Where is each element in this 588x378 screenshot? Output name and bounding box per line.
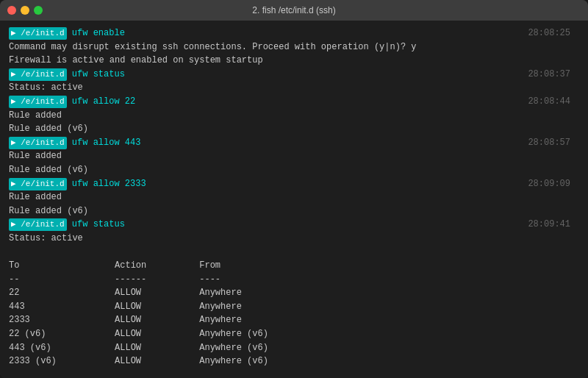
command-text: ufw allow 2333 bbox=[67, 179, 146, 189]
terminal-command-line: ▶ /e/init.d ufw enable28:08:25 bbox=[9, 26, 579, 40]
table-data-row: 2333 (v6) ALLOW Anywhere (v6) bbox=[9, 354, 579, 368]
terminal-command-line: ▶ /e/init.d ufw status28:08:37 bbox=[9, 68, 579, 82]
table-data-row: 443 ALLOW Anywhere bbox=[9, 300, 579, 314]
terminal-output-line: Rule added bbox=[9, 109, 579, 123]
terminal-command-line: ▶ /e/init.d ufw allow 44328:08:57 bbox=[9, 136, 579, 150]
table-data-row: 2333 ALLOW Anywhere bbox=[9, 313, 579, 327]
maximize-button[interactable] bbox=[34, 6, 43, 15]
prompt-badge: ▶ /e/init.d bbox=[9, 137, 67, 149]
terminal-command-line: ▶ /e/init.d ufw status28:09:41 bbox=[9, 218, 579, 232]
timestamp: 28:08:25 bbox=[528, 26, 570, 40]
terminal-output-line: Firewall is active and enabled on system… bbox=[9, 54, 579, 68]
prompt-badge: ▶ /e/init.d bbox=[9, 68, 67, 81]
terminal-output-line: Rule added bbox=[9, 190, 579, 204]
terminal-output-line: Status: active bbox=[9, 232, 579, 246]
table-divider-row: -- ------ ---- bbox=[9, 273, 579, 287]
table-data-row: 22 (v6) ALLOW Anywhere (v6) bbox=[9, 327, 579, 341]
timestamp: 28:08:44 bbox=[528, 95, 570, 109]
command-text: ufw status bbox=[67, 219, 125, 229]
terminal-output-line: Status: active bbox=[9, 81, 579, 95]
table-data-row: 443 (v6) ALLOW Anywhere (v6) bbox=[9, 341, 579, 355]
timestamp: 28:08:57 bbox=[528, 136, 570, 150]
terminal-window: 2. fish /etc/init.d (ssh) ▶ /e/init.d uf… bbox=[0, 0, 588, 378]
traffic-lights bbox=[7, 6, 43, 15]
terminal-blank-line bbox=[9, 246, 579, 260]
timestamp: 28:09:41 bbox=[528, 218, 570, 232]
terminal-output-line: Rule added bbox=[9, 149, 579, 163]
titlebar: 2. fish /etc/init.d (ssh) bbox=[0, 0, 588, 21]
command-text: ufw enable bbox=[67, 28, 125, 38]
command-text: ufw status bbox=[67, 69, 125, 79]
terminal-output-line: Command may disrupt existing ssh connect… bbox=[9, 40, 579, 54]
table-data-row: 22 ALLOW Anywhere bbox=[9, 286, 579, 300]
minimize-button[interactable] bbox=[21, 6, 29, 15]
window-title: 2. fish /etc/init.d (ssh) bbox=[252, 5, 335, 15]
close-button[interactable] bbox=[7, 6, 16, 15]
timestamp: 28:09:09 bbox=[528, 177, 570, 191]
terminal-command-line: ▶ /e/init.d ufw allow 2228:08:44 bbox=[9, 95, 579, 109]
prompt-badge: ▶ /e/init.d bbox=[9, 96, 67, 108]
prompt-badge: ▶ /e/init.d bbox=[9, 27, 67, 40]
timestamp: 28:08:37 bbox=[528, 68, 570, 82]
prompt-badge: ▶ /e/init.d bbox=[9, 178, 67, 190]
terminal-output-line: Rule added (v6) bbox=[9, 163, 579, 177]
terminal-blank-line bbox=[9, 368, 579, 378]
terminal-command-line: ▶ /e/init.d ufw allow 233328:09:09 bbox=[9, 177, 579, 191]
command-text: ufw allow 443 bbox=[67, 138, 141, 148]
terminal-body[interactable]: ▶ /e/init.d ufw enable28:08:25Command ma… bbox=[0, 21, 588, 378]
terminal-output-line: Rule added (v6) bbox=[9, 204, 579, 218]
table-header-row: To Action From bbox=[9, 259, 579, 273]
prompt-badge: ▶ /e/init.d bbox=[9, 218, 67, 231]
command-text: ufw allow 22 bbox=[67, 96, 136, 107]
terminal-output-line: Rule added (v6) bbox=[9, 122, 579, 136]
